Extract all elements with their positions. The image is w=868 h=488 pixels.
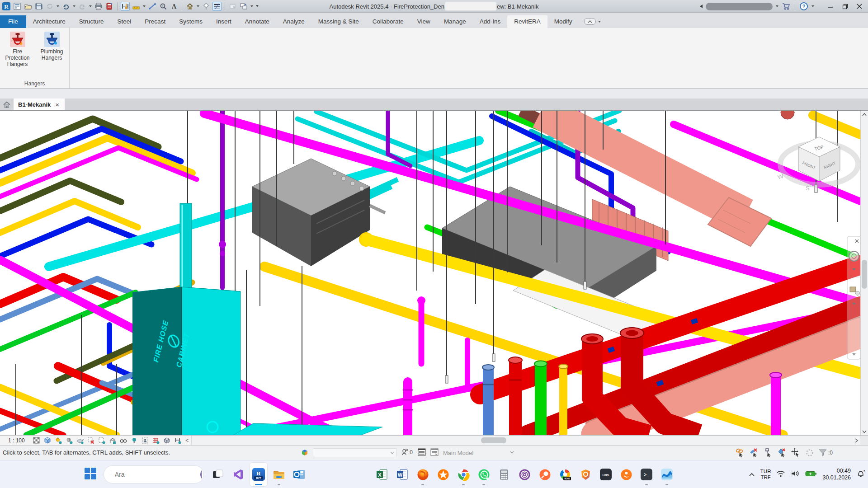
tab-revitera[interactable]: RevitERA [507,15,547,28]
scroll-up-icon[interactable] [861,111,868,118]
file-explorer-icon[interactable] [270,462,288,487]
chrome-icon[interactable] [454,462,472,487]
place-view-marker-icon[interactable] [202,2,211,11]
active-workset-dropdown[interactable] [313,448,396,457]
navigation-bar[interactable] [847,236,860,359]
select-pinned-elements-icon[interactable] [763,448,773,458]
account-dropdown-icon[interactable] [776,5,778,7]
drag-elements-on-selection-icon[interactable] [791,448,801,458]
revit-taskbar-icon[interactable]: RRVT [250,462,268,487]
horizontal-scroll-thumb[interactable] [481,437,506,443]
dimension-icon[interactable] [132,2,141,11]
switch-windows-icon[interactable] [239,2,248,11]
rendering-dialog-icon[interactable] [75,436,85,445]
tor-browser-icon[interactable] [515,462,533,487]
default-3d-view-icon[interactable] [185,2,194,11]
tab-architecture[interactable]: Architecture [26,15,72,28]
synchronize-dropdown-icon[interactable] [57,5,59,7]
text-note-icon[interactable]: A [170,2,179,11]
print-preview-icon[interactable] [105,2,114,11]
plumbing-hangers-button[interactable]: PlumbingHangers [36,31,68,79]
locked-3d-view-icon[interactable] [107,436,118,445]
help-dropdown-icon[interactable] [811,5,814,7]
tab-file[interactable]: File [0,15,26,28]
filter-button[interactable]: :0 [818,448,833,457]
fire-protection-hangers-button[interactable]: Fire ProtectionHangers [1,31,34,79]
temporary-view-properties-icon[interactable] [161,436,172,445]
excel-icon[interactable]: X [373,462,391,487]
tab-modify[interactable]: Modify [547,15,579,28]
design-options-dialog-button[interactable] [430,448,439,456]
task-view-button[interactable] [209,462,227,487]
account-search-redacted[interactable] [706,3,773,10]
view-tab-b1-mekanik[interactable]: B1-Mekanik × [14,99,65,110]
tray-expand-icon[interactable] [749,470,755,479]
select-links-icon[interactable] [735,448,745,458]
tab-precast[interactable]: Precast [138,15,172,28]
panel-title-hangers[interactable]: Hangers [0,79,69,88]
thin-lines-icon[interactable] [212,2,222,11]
start-button[interactable] [84,467,97,482]
3d-view-canvas[interactable]: FIRE HOSE CABINET W S TOP FRONT RIGHT [0,111,860,435]
revit-logo-icon[interactable]: R [2,2,11,11]
tab-analyze[interactable]: Analyze [276,15,311,28]
m365-copilot-icon[interactable]: M365 [556,462,574,487]
terminal-icon[interactable]: >_ [637,462,656,487]
firefox-icon[interactable] [414,462,432,487]
active-design-option[interactable]: Main Model [443,450,473,456]
language-indicator[interactable]: TURTRF [760,469,771,480]
open-file-icon[interactable] [24,2,33,11]
print-icon[interactable] [94,2,103,11]
tab-structure[interactable]: Structure [72,15,111,28]
temporary-hide-isolate-icon[interactable] [129,436,140,445]
switch-windows-dropdown-icon[interactable] [250,5,253,7]
synchronize-icon[interactable] [45,2,54,11]
crop-view-icon[interactable] [85,436,96,445]
tab-add-ins[interactable]: Add-Ins [473,15,508,28]
store-cart-icon[interactable] [782,2,791,10]
tab-massing-site[interactable]: Massing & Site [311,15,366,28]
outlook-icon[interactable] [290,462,308,487]
view-scale[interactable]: 1 : 100 [0,437,31,444]
tab-annotate[interactable]: Annotate [238,15,276,28]
undo-dropdown-icon[interactable] [73,5,75,7]
close-button[interactable] [853,1,866,12]
redo-icon[interactable] [78,2,87,11]
ribbon-state-button[interactable] [584,18,596,25]
tab-steel[interactable]: Steel [111,15,138,28]
vertical-scrollbar[interactable] [860,111,868,435]
drawing-area[interactable]: FIRE HOSE CABINET W S TOP FRONT RIGHT [0,111,868,445]
tab-systems[interactable]: Systems [172,15,209,28]
ribbon-state-dropdown-icon[interactable] [598,21,601,23]
view-tab-close-icon[interactable]: × [55,101,59,108]
document-properties-icon[interactable] [13,2,22,11]
security-shield-icon[interactable] [576,462,594,487]
visual-style-icon[interactable] [42,436,53,445]
search-daily-image[interactable] [200,467,202,482]
word-icon[interactable]: W [393,462,411,487]
horizontal-scrollbar[interactable] [191,436,853,445]
collapse-arrow-icon[interactable] [699,4,703,9]
reveal-constraints-icon[interactable] [172,436,183,445]
shadows-icon[interactable] [64,436,75,445]
worksets-dialog-button[interactable] [418,448,427,456]
tab-insert[interactable]: Insert [209,15,238,28]
notification-bell-icon[interactable]: z [856,469,865,480]
visual-studio-icon[interactable] [229,462,247,487]
redo-dropdown-icon[interactable] [89,5,92,7]
save-icon[interactable] [34,2,43,11]
scroll-right-icon[interactable] [853,436,860,445]
tab-collaborate[interactable]: Collaborate [366,15,410,28]
postman-icon[interactable] [536,462,554,487]
detail-level-icon[interactable] [31,436,42,445]
taskbar-search[interactable] [104,465,204,483]
measure-icon[interactable] [121,2,130,11]
viewcube[interactable]: W S TOP FRONT RIGHT [777,137,858,192]
customize-qat-dropdown-icon[interactable] [256,5,259,7]
help-icon[interactable]: ? [799,2,808,11]
select-underlay-elements-icon[interactable] [749,448,759,458]
orange-app-icon[interactable] [617,462,635,487]
calculator-icon[interactable] [495,462,513,487]
scroll-down-icon[interactable] [861,428,868,435]
whatsapp-icon[interactable] [475,462,493,487]
